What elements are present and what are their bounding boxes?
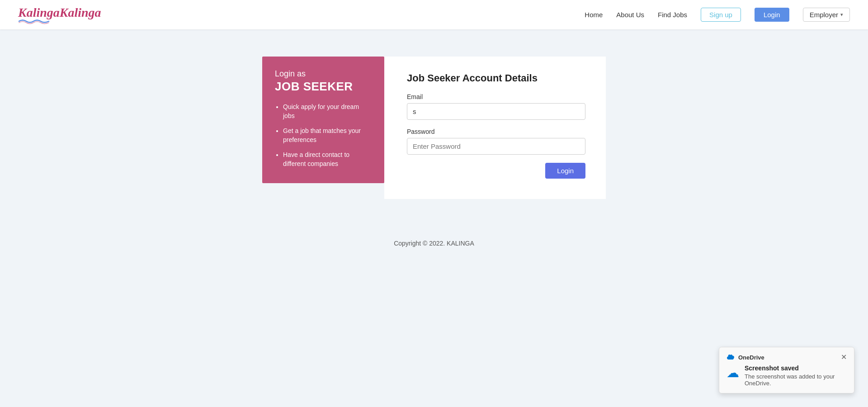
onedrive-icon — [726, 355, 735, 360]
copyright-text: Copyright © 2022. KALINGA — [394, 240, 474, 247]
feature-item-3: Have a direct contact to different compa… — [283, 151, 372, 168]
navbar-links: Home About Us Find Jobs Sign up Login Em… — [585, 8, 850, 22]
login-as-label: Login as — [275, 69, 372, 79]
toast-cloud-icon: ☁ — [726, 365, 739, 380]
main-content: Login as JOB SEEKER Quick apply for your… — [0, 29, 868, 217]
password-group: Password — [407, 128, 585, 155]
toast-message: Screenshot saved The screenshot was adde… — [745, 364, 847, 387]
password-input[interactable] — [407, 138, 585, 155]
footer: Copyright © 2022. KALINGA — [0, 240, 868, 247]
job-seeker-label: JOB SEEKER — [275, 80, 372, 94]
login-button[interactable]: Login — [755, 8, 789, 22]
navbar: KalingaKalinga Home About Us Find Jobs S… — [0, 0, 868, 29]
logo-text: KalingaKalinga — [18, 5, 101, 20]
toast-msg-body: The screenshot was added to your OneDriv… — [745, 373, 847, 387]
toast-body: ☁ Screenshot saved The screenshot was ad… — [726, 364, 847, 387]
form-login-button[interactable]: Login — [545, 163, 585, 179]
toast-title-row: OneDrive — [726, 354, 764, 361]
signup-button[interactable]: Sign up — [701, 8, 741, 22]
toast-msg-title: Screenshot saved — [745, 364, 847, 372]
email-input[interactable] — [407, 103, 585, 120]
nav-home[interactable]: Home — [585, 11, 603, 19]
toast-app-name: OneDrive — [738, 354, 764, 361]
features-list: Quick apply for your dream jobs Get a jo… — [275, 103, 372, 169]
toast-header: OneDrive ✕ — [726, 354, 847, 361]
nav-find-jobs[interactable]: Find Jobs — [658, 11, 687, 19]
employer-caret-icon: ▾ — [840, 12, 843, 18]
password-label: Password — [407, 128, 585, 135]
logo-container: KalingaKalinga — [18, 5, 101, 24]
toast-close-button[interactable]: ✕ — [841, 354, 847, 361]
login-btn-wrap: Login — [407, 163, 585, 179]
left-panel: Login as JOB SEEKER Quick apply for your… — [262, 57, 384, 183]
feature-item-1: Quick apply for your dream jobs — [283, 103, 372, 120]
email-group: Email — [407, 93, 585, 120]
email-label: Email — [407, 93, 585, 100]
employer-label: Employer — [810, 11, 838, 19]
employer-button[interactable]: Employer ▾ — [803, 8, 850, 22]
feature-item-2: Get a job that matches your preferences — [283, 127, 372, 144]
onedrive-toast: OneDrive ✕ ☁ Screenshot saved The screen… — [719, 347, 854, 393]
form-title: Job Seeker Account Details — [407, 72, 585, 84]
nav-about[interactable]: About Us — [616, 11, 644, 19]
right-panel: Job Seeker Account Details Email Passwor… — [384, 57, 606, 199]
